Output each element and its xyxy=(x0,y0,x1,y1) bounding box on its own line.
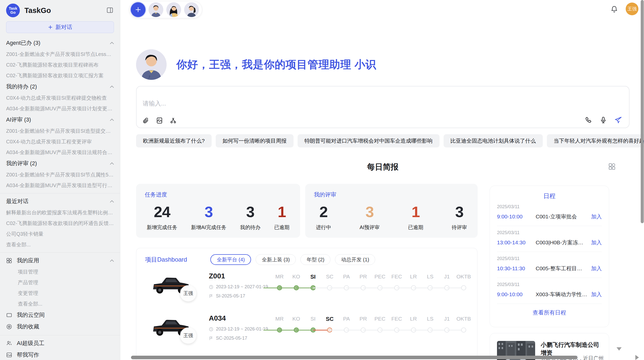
sidebar-item[interactable]: A034-全新新能源MUV产品开发项目造型可行性评审 xyxy=(6,180,114,191)
tab-new-upfit[interactable]: 全新上装 (3) xyxy=(256,254,296,265)
sidebar-item[interactable]: A034-全新新能源MUV产品开发项目计划变更表编写 xyxy=(6,103,114,114)
schedule-date: 2025/03/11 xyxy=(497,256,602,261)
project-owner-avatar: 王强 xyxy=(180,327,196,344)
scissors-icon[interactable] xyxy=(170,117,177,124)
sidebar-item-change-mgmt[interactable]: 变更管理 xyxy=(6,288,114,298)
section-agent-done[interactable]: Agent已办 (3) xyxy=(6,37,114,49)
project-name: A034 xyxy=(209,314,226,322)
join-link[interactable]: 加入 xyxy=(591,213,602,220)
layout-grid-icon[interactable] xyxy=(608,162,616,171)
sidebar-item[interactable]: C02-飞腾新能源轻客改款项目立项汇报方案 xyxy=(6,70,114,81)
sidebar-item[interactable]: Z001-全新燃油皮卡产品开发项目SI节点Lesson Learn报告 xyxy=(6,49,114,59)
section-my-review[interactable]: 我的评审 (2) xyxy=(6,158,114,169)
stat-value: 3 xyxy=(240,204,260,220)
join-link[interactable]: 加入 xyxy=(591,291,602,298)
sidebar-item-view-all[interactable]: 查看全部... xyxy=(6,239,114,250)
sidebar-item[interactable]: 公司Q3轻卡销量 xyxy=(6,229,114,239)
sidebar-item-product-mgmt[interactable]: 产品管理 xyxy=(6,277,114,288)
briefing-title: 每日简报 xyxy=(367,162,399,171)
image-upload-icon[interactable] xyxy=(156,117,163,124)
microphone-icon[interactable] xyxy=(599,116,607,124)
chevron-up-icon xyxy=(110,118,114,121)
sidebar-item[interactable]: C0X4-动力总成开发项目SI里程碑提交物检查 xyxy=(6,93,114,103)
suggestion-chip[interactable]: 比亚迪全固态电池计划具体说了什么 xyxy=(444,134,543,147)
suggestion-chip[interactable]: 当下年轻人对汽车外观有怎样的喜好趋势 xyxy=(547,134,644,147)
sidebar-item-my-apps[interactable]: 我的应用 xyxy=(6,255,114,266)
project-row[interactable]: 王强 A034 2023-12-19 ~ 2026-01-19 SC-2025-… xyxy=(136,312,477,352)
suggestion-chip[interactable]: 欧洲新规最近颁布了什么? xyxy=(136,134,212,147)
sidebar-item[interactable]: A034-全新新能源MUV产品开发项目法规符合性评审 xyxy=(6,147,114,158)
stat: 3新增AI完成任务 xyxy=(191,204,226,231)
sidebar-item-write-helper[interactable]: 帮我写作 xyxy=(6,349,114,360)
join-link[interactable]: 加入 xyxy=(591,239,602,246)
project-row[interactable]: 王强 Z001 2023-12-19 ~ 2027-01-19 SI-2025-… xyxy=(136,269,477,310)
milestone-label: PEC xyxy=(372,316,388,322)
notification-bell-icon[interactable] xyxy=(610,5,618,13)
milestone-label: SI xyxy=(305,316,321,322)
section-my-todo[interactable]: 我的待办 (2) xyxy=(6,81,114,93)
schedule-event-title: X003-车辆动力学性能验... xyxy=(536,291,588,298)
milestone-label: SI xyxy=(305,274,321,280)
sidebar-item[interactable]: C02-飞腾新能源轻客改款项目的闭环通告反馈情况 xyxy=(6,218,114,229)
tab-all-new-platform[interactable]: 全新平台 (4) xyxy=(210,254,251,265)
send-icon[interactable] xyxy=(614,116,622,124)
milestone-label: PA xyxy=(338,274,355,280)
milestone-cell xyxy=(405,325,422,336)
chevron-up-icon xyxy=(110,259,114,262)
milestone-dots xyxy=(271,283,472,293)
project-date-range: 2023-12-19 ~ 2027-01-19 xyxy=(216,284,268,290)
stat-value: 2 xyxy=(316,204,331,220)
section-recent-chats[interactable]: 最近对话 xyxy=(6,196,114,207)
suggestion-chip[interactable]: 特朗普可能对进口汽车增税会对中国车企造成哪些影响 xyxy=(298,134,440,147)
input-action-tools xyxy=(585,116,622,124)
milestone-dot xyxy=(461,285,466,290)
scroll-down-arrow[interactable] xyxy=(617,347,622,351)
new-chat-label: 新对话 xyxy=(55,23,72,31)
milestone-cell xyxy=(455,283,472,293)
sidebar-item[interactable]: 解释最新出台的欧盟报废车法规再生塑料比例被调至15%... xyxy=(6,207,114,218)
sidebar-item-favorites[interactable]: 我的收藏 xyxy=(6,321,114,333)
add-session-button[interactable] xyxy=(131,2,145,17)
sidebar-item[interactable]: C02-飞腾新能源轻客改款项目里程碑画布 xyxy=(6,59,114,70)
schedule-panel: 日程 2025/03/11 9:00-10:00 C001-立项审批会 加入 2… xyxy=(490,186,609,327)
milestone-cell xyxy=(388,283,405,293)
milestone-cell xyxy=(338,325,355,336)
stat-value: 1 xyxy=(408,204,423,220)
sidebar-item-view-all-apps[interactable]: 查看全部... xyxy=(6,298,114,309)
session-avatar-2[interactable] xyxy=(166,2,181,17)
session-avatar-1[interactable] xyxy=(149,2,163,17)
chevron-up-icon xyxy=(110,200,114,203)
project-flag-label: SI-2025-05-17 xyxy=(216,293,245,299)
session-avatar-3[interactable] xyxy=(184,2,199,17)
stats-row: 24新增完成任务 3新增AI完成任务 3我的待办 1已逾期 xyxy=(145,204,291,231)
user-avatar[interactable]: 王强 xyxy=(626,3,638,15)
stat: 3待评审 xyxy=(452,204,467,231)
sidebar-item-label: 我的收藏 xyxy=(17,323,39,331)
sidebar-item-label: AI超级员工 xyxy=(17,339,45,347)
tab-model-year[interactable]: 年型 (2) xyxy=(300,254,330,265)
sidebar-item-cloud-space[interactable]: 我的云空间 xyxy=(6,309,114,321)
sidebar-item-project-mgmt[interactable]: 项目管理 xyxy=(6,266,114,277)
sidebar-item[interactable]: Z001-全新燃油轻卡产品开发项目SI造型提交物评审 xyxy=(6,126,114,136)
join-link[interactable]: 加入 xyxy=(591,265,602,272)
milestone-label: MR xyxy=(271,316,288,322)
project-dates: 2023-12-19 ~ 2026-01-19 xyxy=(209,326,268,332)
horizontal-scrollbar[interactable] xyxy=(131,356,577,359)
stat: 24新增完成任务 xyxy=(147,204,177,231)
sidebar-item-ai-staff[interactable]: AI超级员工 xyxy=(6,337,114,349)
sidebar-item[interactable]: Z001-全新燃油轻卡产品开发项目SI节点属性5D文件评审 xyxy=(6,169,114,180)
suggestion-chip[interactable]: 如何写一份清晰的项目周报 xyxy=(216,134,294,147)
milestone-cell xyxy=(388,325,405,336)
chat-input[interactable] xyxy=(142,100,447,107)
scroll-right-arrow[interactable] xyxy=(635,355,639,360)
new-chat-button[interactable]: 新对话 xyxy=(6,21,114,33)
collapse-sidebar-icon[interactable] xyxy=(106,7,113,14)
phone-call-icon[interactable] xyxy=(585,116,592,124)
section-ai-review[interactable]: AI评审 (3) xyxy=(6,114,114,126)
schedule-event-title: C001-立项审批会 xyxy=(536,213,588,220)
paperclip-icon[interactable] xyxy=(142,117,149,124)
tab-powertrain-dev[interactable]: 动总开发 (1) xyxy=(335,254,375,265)
sidebar-item[interactable]: C0X4-动力总成开发项目工程变更评审 xyxy=(6,136,114,147)
view-all-schedule-link[interactable]: 查看所有日程 xyxy=(490,309,609,317)
vertical-scrollbar[interactable] xyxy=(641,0,644,223)
